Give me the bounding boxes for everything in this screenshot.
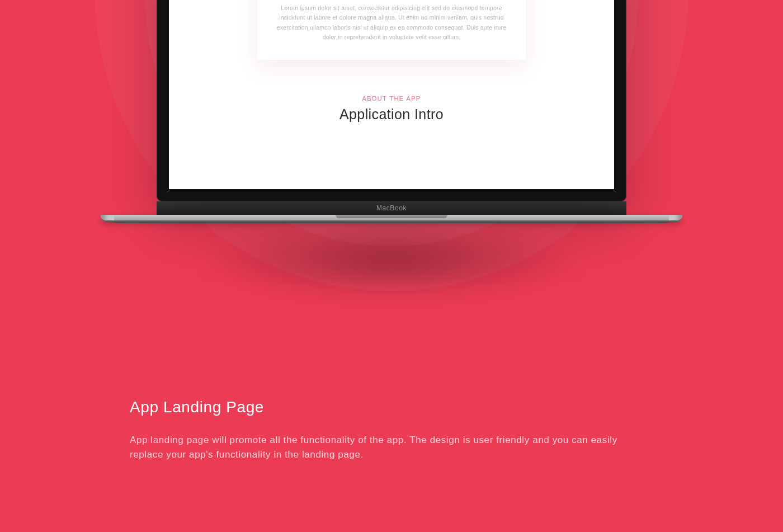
laptop-screen: Best place for Food Lovers like you Lore… xyxy=(169,0,614,189)
intro-card-body: Lorem ipsum dolor sit amet, consectetur … xyxy=(274,3,509,42)
laptop-chin: MacBook xyxy=(157,201,626,215)
laptop-base xyxy=(101,215,682,223)
about-eyebrow: ABOUT THE APP xyxy=(169,95,614,102)
laptop-base-top xyxy=(101,215,682,220)
laptop-bezel: Best place for Food Lovers like you Lore… xyxy=(157,0,626,201)
marketing-copy: App Landing Page App landing page will p… xyxy=(130,398,655,463)
laptop-brand-label: MacBook xyxy=(376,204,407,212)
stage: Best place for Food Lovers like you Lore… xyxy=(0,0,783,532)
about-heading: Application Intro xyxy=(169,106,614,123)
device-shadow xyxy=(196,221,587,299)
intro-card: Best place for Food Lovers like you Lore… xyxy=(257,0,526,60)
laptop-mockup: Best place for Food Lovers like you Lore… xyxy=(157,0,626,223)
marketing-heading: App Landing Page xyxy=(130,398,655,416)
screen-viewport: Best place for Food Lovers like you Lore… xyxy=(169,0,614,189)
marketing-body: App landing page will promote all the fu… xyxy=(130,433,622,463)
laptop-notch xyxy=(336,215,447,218)
